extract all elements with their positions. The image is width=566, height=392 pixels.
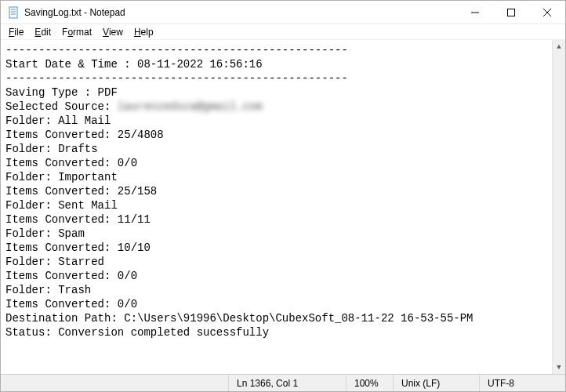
vertical-scrollbar[interactable]: ▲ ▼ xyxy=(552,40,565,374)
svg-rect-0 xyxy=(9,7,17,18)
notepad-window: SavingLog.txt - Notepad File Edit Format… xyxy=(0,0,566,392)
status-position: Ln 1366, Col 1 xyxy=(228,375,346,391)
log-line: Items Converted: 0/0 xyxy=(5,298,137,310)
close-button[interactable] xyxy=(529,1,565,24)
scroll-down-icon[interactable]: ▼ xyxy=(553,361,565,374)
log-line: Items Converted: 0/0 xyxy=(5,270,137,282)
log-line: Items Converted: 0/0 xyxy=(5,157,137,169)
minimize-button[interactable] xyxy=(457,1,493,24)
maximize-button[interactable] xyxy=(493,1,529,24)
text-area[interactable]: ----------------------------------------… xyxy=(1,40,565,374)
svg-rect-5 xyxy=(508,9,515,16)
redacted-email: laurenzedsza@gmail.com xyxy=(118,100,263,113)
log-line: Items Converted: 11/11 xyxy=(5,213,151,226)
menu-help[interactable]: Help xyxy=(129,26,158,38)
log-line: Folder: Sent Mail xyxy=(5,199,118,212)
log-line: Folder: Starred xyxy=(5,256,104,268)
menu-file[interactable]: File xyxy=(4,26,28,38)
log-line: Items Converted: 25/4808 xyxy=(5,129,164,141)
log-line: Folder: Spam xyxy=(5,227,85,240)
titlebar: SavingLog.txt - Notepad xyxy=(1,1,565,24)
log-line: ----------------------------------------… xyxy=(5,44,348,56)
status-encoding: UTF-8 xyxy=(479,375,565,391)
log-line: Items Converted: 10/10 xyxy=(5,241,151,254)
log-line: Folder: Trash xyxy=(5,284,91,296)
window-title: SavingLog.txt - Notepad xyxy=(24,7,457,18)
log-line: Folder: Drafts xyxy=(5,143,98,155)
menu-edit[interactable]: Edit xyxy=(30,26,56,38)
log-line: Folder: All Mail xyxy=(5,114,111,127)
log-line: ----------------------------------------… xyxy=(5,72,348,85)
log-line: Start Date & Time : 08-11-2022 16:56:16 xyxy=(5,58,263,71)
statusbar: Ln 1366, Col 1 100% Unix (LF) UTF-8 xyxy=(1,374,565,391)
log-line: Destination Path: C:\Users\91996\Desktop… xyxy=(5,312,473,325)
notepad-icon xyxy=(7,6,20,19)
log-line: Selected Source: laurenzedsza@gmail.com xyxy=(5,100,263,113)
scroll-track[interactable] xyxy=(553,53,565,361)
log-line: Items Converted: 25/158 xyxy=(5,185,157,198)
menu-view[interactable]: View xyxy=(98,26,128,38)
log-line: Status: Conversion completed sucessfully xyxy=(5,326,269,339)
status-zoom: 100% xyxy=(346,375,393,391)
status-spacer xyxy=(1,375,228,391)
window-controls xyxy=(457,1,565,24)
status-line-ending: Unix (LF) xyxy=(393,375,479,391)
menubar: File Edit Format View Help xyxy=(1,24,565,40)
log-line: Saving Type : PDF xyxy=(5,86,118,99)
log-line: Folder: Important xyxy=(5,171,118,183)
menu-format[interactable]: Format xyxy=(57,26,96,38)
scroll-up-icon[interactable]: ▲ xyxy=(553,40,565,53)
